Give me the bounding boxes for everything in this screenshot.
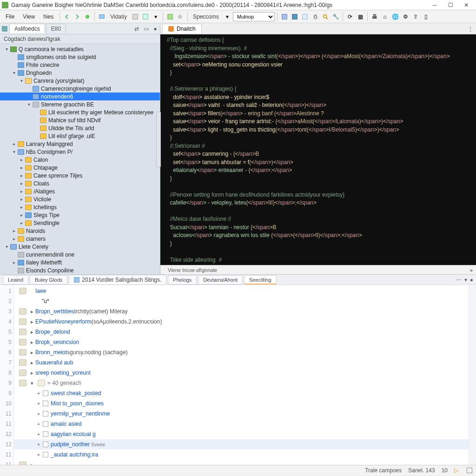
test-row[interactable]: +aagyiian ecotual g bbox=[14, 429, 469, 439]
nav-fwd-icon[interactable] bbox=[73, 12, 82, 21]
checkbox[interactable] bbox=[43, 421, 48, 427]
vertical-scrollbar[interactable] bbox=[469, 285, 476, 465]
menu-view[interactable]: View bbox=[19, 12, 39, 21]
lower-close-icon[interactable]: ● bbox=[470, 277, 473, 283]
test-row[interactable]: +_audat autching;ira bbox=[14, 450, 469, 460]
tool-c-icon[interactable] bbox=[300, 12, 310, 21]
tree-item[interactable]: Llil esucleret thy aiger Metlese coniste… bbox=[0, 108, 160, 116]
editor-overflow-icon[interactable]: ⋮ bbox=[468, 26, 476, 32]
tree-item[interactable]: ▸Ichellings bbox=[0, 203, 160, 211]
tree-item[interactable]: ▸Calon bbox=[0, 156, 160, 164]
expand-icon[interactable]: ▸ bbox=[29, 370, 35, 376]
expand-icon[interactable]: + bbox=[35, 401, 42, 406]
panel-1-icon[interactable] bbox=[131, 12, 140, 21]
expand-icon[interactable]: ▾ bbox=[29, 380, 35, 386]
tree-item[interactable]: cunnernendinill one bbox=[0, 251, 160, 258]
expand-icon[interactable]: ▸ bbox=[29, 462, 35, 465]
hscroll-right-icon[interactable]: ▸ bbox=[470, 267, 473, 273]
lower-tab[interactable]: Leaind bbox=[3, 275, 28, 284]
tree-item[interactable]: Camerecroinglreinge rigehid bbox=[0, 85, 160, 93]
expand-icon[interactable]: + bbox=[35, 411, 42, 416]
home-icon[interactable]: ⌂ bbox=[380, 12, 390, 21]
nav-back-icon[interactable] bbox=[62, 12, 72, 21]
lower-tab[interactable]: Buley Glods bbox=[30, 275, 67, 284]
search-icon[interactable] bbox=[321, 12, 330, 21]
refresh-icon[interactable]: ⟳ bbox=[345, 12, 355, 21]
lower-tab[interactable]: Pheiogs bbox=[168, 275, 197, 284]
test-row[interactable]: Iaee bbox=[14, 286, 469, 296]
menu-hies[interactable]: hies bbox=[40, 12, 57, 21]
tree-item[interactable]: ▸Vicliole bbox=[0, 195, 160, 203]
tree-item[interactable]: Eisonds Conpoiline bbox=[0, 266, 160, 274]
tree-item[interactable]: ▸Slegs Tipe bbox=[0, 211, 160, 219]
tree-item[interactable]: ▸Cloats bbox=[0, 179, 160, 187]
test-row[interactable]: ▸ . bbox=[14, 460, 469, 465]
tree-item[interactable]: ▾Canrera (yors/glelat) bbox=[0, 77, 160, 85]
print-icon[interactable]: 🖶 bbox=[370, 12, 379, 21]
tree-item[interactable]: ▸Ilaley iMethefft bbox=[0, 258, 160, 266]
tree-item[interactable]: ▸Caee sprence Tiljes bbox=[0, 172, 160, 179]
test-row[interactable]: ▸sreep noeting_ycreunt bbox=[14, 368, 469, 378]
test-row[interactable]: ▸Bropn_serttities trchtty(camet) Mileray bbox=[14, 306, 469, 317]
speccoms-dd-icon[interactable]: ▾ bbox=[223, 12, 232, 21]
editor-bottom-tab[interactable]: Viene Incoe-sfìgnnale bbox=[163, 266, 222, 274]
project-tree[interactable]: ▾Q canmoora le nesatadlessmglliomes orob… bbox=[0, 44, 160, 274]
lower-menu-icon[interactable]: ▾ bbox=[464, 277, 467, 283]
tree-item[interactable]: ▾hBs Conidgmen P/ bbox=[0, 148, 160, 156]
checkbox[interactable] bbox=[43, 452, 48, 457]
link-icon[interactable]: ⇄ bbox=[133, 25, 140, 33]
test-row[interactable]: +pudpite_northerSvwee bbox=[14, 439, 469, 450]
tree-item[interactable]: Fhite cineclre bbox=[0, 61, 160, 69]
test-row[interactable]: + amaiic asied bbox=[14, 419, 469, 429]
tree-item[interactable]: ▾Dnghoedn bbox=[0, 69, 160, 77]
export-icon[interactable]: ⇪ bbox=[411, 12, 420, 21]
collapse-icon[interactable]: ▭ bbox=[142, 25, 150, 33]
minimize-button[interactable]: ─ bbox=[427, 0, 443, 10]
test-row[interactable]: ▸Bronn_meiot sgursy.noding (sachage) bbox=[14, 347, 469, 357]
expand-icon[interactable]: + bbox=[35, 421, 42, 427]
test-row[interactable]: ▸Brope_delond bbox=[14, 327, 469, 337]
lower-tab[interactable]: Devtarra/Ahont bbox=[198, 275, 243, 284]
test-row[interactable]: ▾= 40 geneach bbox=[14, 378, 469, 388]
checkbox[interactable] bbox=[43, 442, 48, 447]
checkbox[interactable] bbox=[43, 401, 48, 406]
lower-tab[interactable]: 2014 Vurdler Salngdiach Sitngs. bbox=[69, 275, 166, 285]
checkbox[interactable] bbox=[43, 411, 48, 416]
expand-icon[interactable]: + bbox=[35, 442, 42, 447]
expand-icon[interactable]: ▸ bbox=[29, 319, 35, 325]
test-row[interactable]: ▸EPsutieNvoneyrerform (soAµolleends.2.en… bbox=[14, 317, 469, 327]
tree-item[interactable]: ▸Sendlingle bbox=[0, 219, 160, 227]
lower-tab[interactable]: Seecilting bbox=[244, 275, 277, 284]
tree-item[interactable]: nomvenden6 bbox=[0, 93, 160, 100]
checkbox[interactable] bbox=[43, 431, 48, 437]
gear-icon[interactable]: ⚙ bbox=[401, 12, 410, 21]
step-icon[interactable] bbox=[467, 468, 472, 473]
dropdown-icon[interactable]: ▾ bbox=[151, 12, 160, 21]
gutter-handle[interactable] bbox=[156, 112, 161, 167]
lower-min-icon[interactable]: ⋯ bbox=[456, 277, 462, 283]
test-row[interactable]: +swest cheak_posted bbox=[14, 388, 469, 398]
tests-tree[interactable]: Iaee"u*▸Bropn_serttities trchtty(camet) … bbox=[14, 285, 469, 465]
expand-icon[interactable]: + bbox=[35, 390, 42, 396]
globe-icon[interactable]: 🌐 bbox=[390, 12, 400, 21]
star-icon[interactable]: ☆ bbox=[176, 12, 185, 21]
tool-b-icon[interactable] bbox=[290, 12, 299, 21]
editor-tab-active[interactable]: Dnaitch bbox=[162, 24, 202, 33]
wrench-icon[interactable]: 🔧 bbox=[331, 12, 340, 21]
tree-item[interactable]: ▾Llete Cerely bbox=[0, 243, 160, 251]
tree-item[interactable]: ▸Chtapage bbox=[0, 164, 160, 172]
tree-item[interactable]: Ulidde the Tils arld bbox=[0, 124, 160, 132]
expand-icon[interactable]: ▸ bbox=[29, 360, 35, 366]
tree-item[interactable]: ▸Lanrary Mainggred bbox=[0, 140, 160, 148]
save-icon[interactable] bbox=[165, 12, 175, 21]
test-row[interactable]: ▸Suaueraful aub bbox=[14, 357, 469, 368]
layout-icon[interactable]: ▦ bbox=[356, 12, 365, 21]
tree-item[interactable]: Llil elisf gfarge .ulE bbox=[0, 132, 160, 140]
test-row[interactable]: +Mist to_posn_dúones bbox=[14, 398, 469, 409]
nav-up-icon[interactable] bbox=[83, 12, 92, 21]
expand-icon[interactable]: + bbox=[35, 431, 42, 437]
expand-icon[interactable]: ▸ bbox=[29, 309, 35, 315]
mode-select[interactable]: Mulnop bbox=[233, 12, 275, 21]
test-row[interactable]: +yermilp_yeur_nentlinme bbox=[14, 409, 469, 419]
view-menu-icon[interactable]: ● bbox=[152, 25, 159, 33]
